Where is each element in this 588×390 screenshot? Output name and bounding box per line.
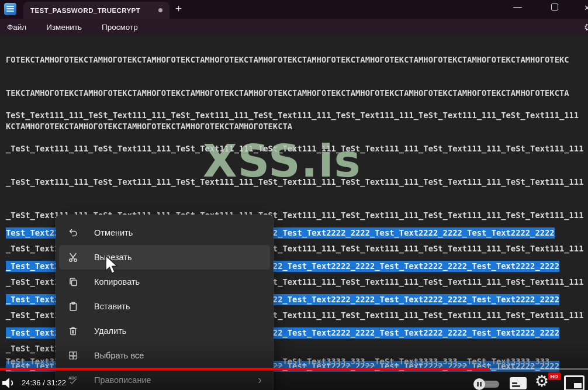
settings-gear-icon[interactable]: ⚙ xyxy=(535,372,549,390)
menubar: Файл Изменить Просмотр ⚙ xyxy=(0,19,588,35)
menu-item-label: Копировать xyxy=(94,277,140,287)
cut-icon xyxy=(67,251,79,263)
menu-item-copy[interactable]: Копировать xyxy=(59,270,270,294)
hd-quality-badge: HD xyxy=(548,372,561,380)
menu-item-paste[interactable]: Вставить xyxy=(59,294,270,319)
menu-item-delete[interactable]: Удалить xyxy=(59,319,270,343)
menu-item-spellcheck[interactable]: ABC Правописание › xyxy=(59,368,270,390)
new-tab-button[interactable]: + xyxy=(175,2,182,15)
copy-icon xyxy=(67,276,79,288)
menu-item-select-all[interactable]: Выбрать все xyxy=(59,343,270,368)
paste-icon xyxy=(67,301,79,312)
autoplay-toggle[interactable] xyxy=(473,378,500,390)
xss-watermark: XSS.is xyxy=(203,135,361,187)
select-all-icon xyxy=(67,350,79,361)
pause-icon xyxy=(473,378,485,390)
editor-line: TeSt_Text111_111_TeSt_Text111_111_TeSt_T… xyxy=(6,110,583,121)
menu-item-label: Вставить xyxy=(94,302,130,311)
spellcheck-icon: ABC xyxy=(67,374,79,386)
video-progress-bar[interactable] xyxy=(0,368,588,370)
menu-edit[interactable]: Изменить xyxy=(46,23,82,32)
delete-icon xyxy=(67,325,79,337)
menu-item-label: Отменить xyxy=(94,228,133,237)
gear-icon[interactable]: ⚙ xyxy=(584,21,588,34)
volume-icon[interactable] xyxy=(1,376,16,390)
tab-title: TEST_PASSWORD_TRUECRYPT xyxy=(30,7,140,14)
titlebar: TEST_PASSWORD_TRUECRYPT + — ✕ xyxy=(0,0,588,19)
menu-file[interactable]: Файл xyxy=(7,23,26,32)
undo-icon xyxy=(67,227,79,239)
notepad-icon xyxy=(4,3,16,15)
menu-item-label: Выбрать все xyxy=(94,351,144,360)
subtitles-icon[interactable] xyxy=(510,377,527,389)
menu-item-cut[interactable]: Вырезать xyxy=(59,245,270,270)
maximize-button[interactable] xyxy=(551,4,558,11)
miniplayer-icon[interactable] xyxy=(564,375,584,390)
context-menu: Отменить Вырезать Копировать Вставить Уд… xyxy=(56,215,274,390)
menu-view[interactable]: Просмотр xyxy=(102,23,138,32)
minimize-button[interactable]: — xyxy=(513,1,522,11)
editor-line: ГОТЕКСТАМНОГОТЕКСТАМНОГОТЕКСТАМНОГОТЕКСТ… xyxy=(6,54,569,65)
submenu-chevron-icon: › xyxy=(258,374,262,387)
svg-text:ABC: ABC xyxy=(68,376,77,380)
mouse-cursor-icon xyxy=(103,255,120,277)
menu-item-undo[interactable]: Отменить xyxy=(59,220,270,245)
unsaved-dot-icon xyxy=(158,8,162,12)
menu-item-label: Удалить xyxy=(94,326,126,336)
video-frame: ГОТЕКСТАМНОГОТЕКСТАМНОГОТЕКСТАМНОГОТЕКСТ… xyxy=(0,0,588,390)
time-display: 24:36 / 31:22 xyxy=(22,378,66,387)
video-progress-fill xyxy=(0,368,490,370)
tab-test-password-truecrypt[interactable]: TEST_PASSWORD_TRUECRYPT xyxy=(23,2,170,19)
close-button[interactable]: ✕ xyxy=(584,4,588,12)
menu-item-label: Правописание xyxy=(94,375,151,385)
